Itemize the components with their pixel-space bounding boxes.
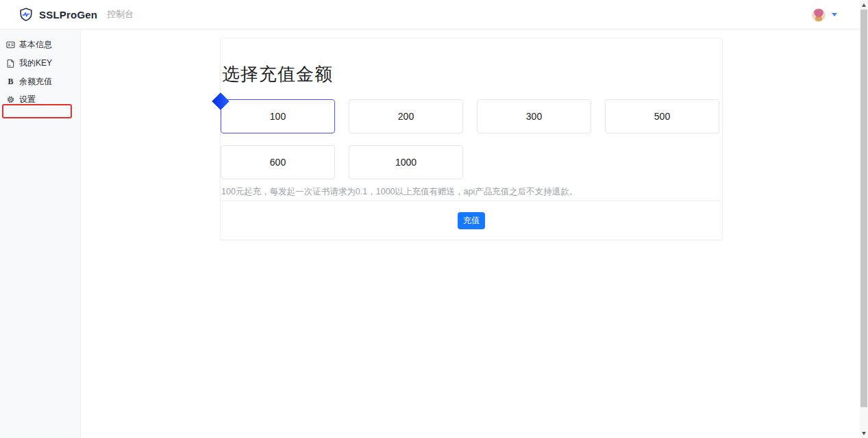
amount-option-100[interactable]: 100 — [221, 99, 335, 133]
chevron-down-icon[interactable] — [832, 13, 837, 16]
amount-option-300[interactable]: 300 — [477, 99, 591, 133]
sidebar-item-settings[interactable]: 设置 — [0, 92, 81, 107]
scrollbar-thumb[interactable] — [860, 10, 867, 407]
user-avatar[interactable] — [812, 8, 826, 22]
recharge-note: 100元起充，每发起一次证书请求为0.1，1000以上充值有赠送，api产品充值… — [221, 186, 578, 198]
breadcrumb[interactable]: 控制台 — [107, 8, 134, 21]
sidebar-item-label: 我的KEY — [19, 57, 52, 69]
recharge-button[interactable]: 充值 — [458, 212, 485, 229]
brand-name: SSLProGen — [39, 9, 97, 21]
sidebar-item-balance-recharge[interactable]: B 余额充值 — [0, 74, 81, 89]
gear-icon — [6, 95, 15, 104]
sidebar: 基本信息 我的KEY B 余额充值 设置 — [0, 29, 81, 438]
letter-b-icon: B — [6, 77, 15, 86]
card-footer: 充值 — [221, 201, 722, 240]
scroll-up-icon[interactable] — [862, 3, 866, 7]
shield-pulse-icon — [18, 7, 34, 22]
sidebar-item-my-key[interactable]: 我的KEY — [0, 55, 81, 70]
sidebar-item-label: 余额充值 — [19, 76, 52, 88]
top-navbar: SSLProGen 控制台 — [0, 0, 860, 29]
amount-option-200[interactable]: 200 — [349, 99, 463, 133]
sidebar-item-basic-info[interactable]: 基本信息 — [0, 37, 81, 52]
amount-options-grid: 100 200 300 500 600 1000 — [221, 99, 722, 179]
user-menu[interactable] — [812, 0, 837, 29]
amount-option-600[interactable]: 600 — [221, 145, 335, 179]
amount-option-1000[interactable]: 1000 — [349, 145, 463, 179]
brand-logo-group[interactable]: SSLProGen — [18, 7, 97, 22]
sidebar-item-label: 基本信息 — [19, 39, 52, 51]
scroll-down-icon[interactable] — [862, 432, 866, 435]
page-title: 选择充值金额 — [222, 62, 333, 86]
document-icon — [6, 59, 15, 68]
vertical-scrollbar[interactable] — [860, 0, 868, 438]
id-card-icon — [6, 40, 15, 49]
amount-option-500[interactable]: 500 — [605, 99, 719, 133]
recharge-card: 选择充值金额 100 200 300 500 600 1000 100元起充，每… — [220, 38, 723, 240]
sidebar-item-label: 设置 — [19, 94, 36, 105]
